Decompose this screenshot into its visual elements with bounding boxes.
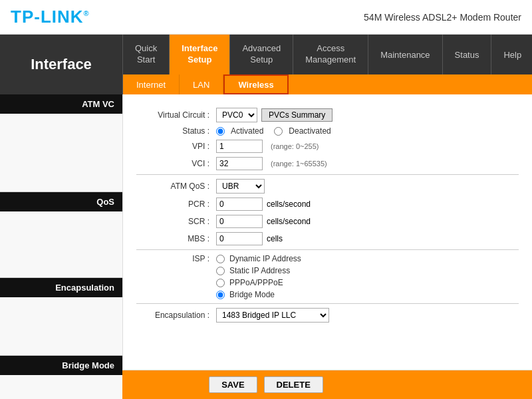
sidebar-section-bridge-mode: Bridge Mode bbox=[0, 356, 122, 375]
isp-pppoa-option: PPPoA/PPPoE bbox=[216, 278, 301, 287]
divider-3 bbox=[136, 303, 519, 304]
tab-interface-setup[interactable]: Interface Setup bbox=[170, 35, 230, 74]
scr-value-group: cells/second bbox=[216, 215, 311, 228]
tab-quick-start[interactable]: Quick Start bbox=[123, 35, 170, 74]
atm-qos-value: UBRCBRrt-VBRnrt-VBR bbox=[216, 179, 265, 194]
pcr-label: PCR : bbox=[136, 200, 216, 209]
status-options: Activated Deactivated bbox=[216, 126, 331, 136]
isp-static-ip-option: Static IP Address bbox=[216, 266, 301, 275]
mbs-input[interactable] bbox=[216, 232, 263, 245]
vci-range: (range: 1~65535) bbox=[271, 160, 327, 168]
sidebar-bridge-content bbox=[0, 375, 122, 399]
pcr-unit: cells/second bbox=[267, 200, 311, 209]
delete-button[interactable]: DELETE bbox=[264, 376, 323, 393]
device-name: 54M Wireless ADSL2+ Modem Router bbox=[364, 12, 521, 23]
bridge-mode-section: Encapsulation : 1483 Bridged IP LLC 1483… bbox=[136, 308, 519, 323]
qos-section: ATM QoS : UBRCBRrt-VBRnrt-VBR PCR : cell… bbox=[136, 179, 519, 245]
logo-text: TP-LINK bbox=[11, 7, 84, 27]
vci-value-group: (range: 1~65535) bbox=[216, 157, 327, 170]
pcr-input[interactable] bbox=[216, 198, 263, 211]
navbar: Interface Quick Start Interface Setup Ad… bbox=[0, 35, 532, 94]
mbs-unit: cells bbox=[267, 234, 283, 243]
sidebar-section-encapsulation: Encapsulation bbox=[0, 278, 122, 297]
scr-unit: cells/second bbox=[267, 217, 311, 226]
encapsulation-section: ISP : Dynamic IP Address Static IP Addre… bbox=[136, 254, 519, 299]
isp-label: ISP : bbox=[136, 254, 216, 263]
encapsulation-value: 1483 Bridged IP LLC 1483 Bridged IP VC-M… bbox=[216, 308, 329, 323]
nav-tabs: Quick Start Interface Setup Advanced Set… bbox=[123, 35, 532, 94]
vci-row: VCI : (range: 1~65535) bbox=[136, 157, 519, 170]
logo: TP-LINK® bbox=[11, 7, 90, 27]
encapsulation-row: Encapsulation : 1483 Bridged IP LLC 1483… bbox=[136, 308, 519, 323]
sub-tab-internet[interactable]: Internet bbox=[123, 74, 180, 94]
virtual-circuit-row: Virtual Circuit : PVC0PVC1PVC2PVC3 PVCs … bbox=[136, 108, 519, 122]
atm-qos-row: ATM QoS : UBRCBRrt-VBRnrt-VBR bbox=[136, 179, 519, 194]
pvcs-summary-button[interactable]: PVCs Summary bbox=[261, 108, 332, 122]
vpi-row: VPI : (range: 0~255) bbox=[136, 140, 519, 153]
logo-registered: ® bbox=[84, 9, 90, 17]
virtual-circuit-label: Virtual Circuit : bbox=[136, 110, 216, 120]
nav-sub: Internet LAN Wireless bbox=[123, 74, 532, 94]
sidebar-atm-content bbox=[0, 114, 122, 192]
sidebar-section-atm-vc: ATM VC bbox=[0, 94, 122, 114]
status-activated-label: Activated bbox=[231, 126, 263, 136]
save-button[interactable]: SAVE bbox=[209, 376, 257, 393]
isp-row: ISP : Dynamic IP Address Static IP Addre… bbox=[136, 254, 519, 299]
isp-bridge-mode-option: Bridge Mode bbox=[216, 290, 301, 299]
sub-tab-lan[interactable]: LAN bbox=[180, 74, 223, 94]
interface-label: Interface bbox=[0, 35, 123, 94]
encapsulation-select[interactable]: 1483 Bridged IP LLC 1483 Bridged IP VC-M… bbox=[216, 308, 329, 323]
isp-dynamic-ip-radio[interactable] bbox=[216, 255, 225, 263]
vci-input[interactable] bbox=[216, 157, 263, 170]
pcr-value-group: cells/second bbox=[216, 198, 311, 211]
isp-dynamic-ip-option: Dynamic IP Address bbox=[216, 254, 301, 263]
status-label: Status : bbox=[136, 126, 216, 136]
tab-status[interactable]: Status bbox=[443, 35, 492, 74]
mbs-row: MBS : cells bbox=[136, 232, 519, 245]
isp-pppoa-label: PPPoA/PPPoE bbox=[229, 278, 283, 287]
vpi-input[interactable] bbox=[216, 140, 263, 153]
status-deactivated-label: Deactivated bbox=[289, 126, 331, 136]
pcr-row: PCR : cells/second bbox=[136, 198, 519, 211]
virtual-circuit-select[interactable]: PVC0PVC1PVC2PVC3 bbox=[216, 108, 257, 122]
isp-static-ip-radio[interactable] bbox=[216, 267, 225, 275]
virtual-circuit-value: PVC0PVC1PVC2PVC3 PVCs Summary bbox=[216, 108, 332, 122]
vpi-value-group: (range: 0~255) bbox=[216, 140, 319, 153]
sidebar-enc-content bbox=[0, 297, 122, 356]
tab-access-management[interactable]: Access Management bbox=[293, 35, 368, 74]
status-row: Status : Activated Deactivated bbox=[136, 126, 519, 136]
main-area: ATM VC QoS Encapsulation Bridge Mode Vir… bbox=[0, 94, 532, 370]
nav-top: Quick Start Interface Setup Advanced Set… bbox=[123, 35, 532, 74]
status-activated-radio[interactable] bbox=[216, 127, 225, 136]
isp-static-ip-label: Static IP Address bbox=[229, 266, 290, 275]
isp-dynamic-ip-label: Dynamic IP Address bbox=[229, 254, 301, 263]
encapsulation-label: Encapsulation : bbox=[136, 311, 216, 320]
vpi-label: VPI : bbox=[136, 142, 216, 151]
atm-vc-section: Virtual Circuit : PVC0PVC1PVC2PVC3 PVCs … bbox=[136, 100, 519, 170]
vpi-range: (range: 0~255) bbox=[271, 142, 319, 150]
mbs-label: MBS : bbox=[136, 234, 216, 243]
tab-maintenance[interactable]: Maintenance bbox=[368, 35, 442, 74]
tab-advanced-setup[interactable]: Advanced Setup bbox=[230, 35, 293, 74]
sidebar-section-qos: QoS bbox=[0, 192, 122, 211]
sub-tab-wireless[interactable]: Wireless bbox=[223, 74, 288, 94]
content-area: Virtual Circuit : PVC0PVC1PVC2PVC3 PVCs … bbox=[123, 94, 532, 370]
isp-bridge-mode-label: Bridge Mode bbox=[229, 290, 275, 299]
isp-options: Dynamic IP Address Static IP Address PPP… bbox=[216, 254, 301, 299]
atm-qos-label: ATM QoS : bbox=[136, 182, 216, 191]
scr-input[interactable] bbox=[216, 215, 263, 228]
scr-label: SCR : bbox=[136, 217, 216, 226]
mbs-value-group: cells bbox=[216, 232, 283, 245]
sidebar-qos-content bbox=[0, 211, 122, 278]
status-deactivated-radio[interactable] bbox=[274, 127, 283, 136]
isp-pppoa-radio[interactable] bbox=[216, 279, 225, 287]
header: TP-LINK® 54M Wireless ADSL2+ Modem Route… bbox=[0, 0, 532, 35]
vci-label: VCI : bbox=[136, 159, 216, 168]
divider-1 bbox=[136, 174, 519, 175]
tab-help[interactable]: Help bbox=[491, 35, 532, 74]
scr-row: SCR : cells/second bbox=[136, 215, 519, 228]
divider-2 bbox=[136, 249, 519, 250]
isp-bridge-mode-radio[interactable] bbox=[216, 291, 225, 299]
sidebar: ATM VC QoS Encapsulation Bridge Mode bbox=[0, 94, 123, 370]
atm-qos-select[interactable]: UBRCBRrt-VBRnrt-VBR bbox=[216, 179, 265, 194]
